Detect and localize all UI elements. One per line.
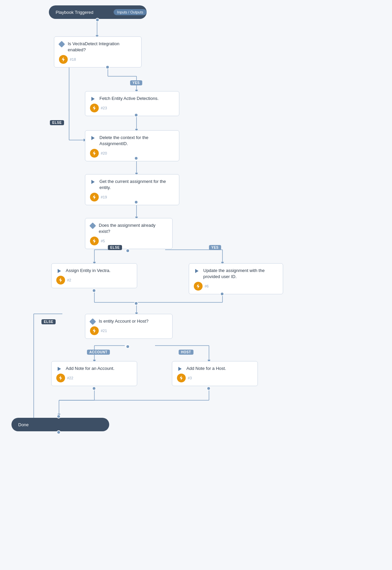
node-20-id: #20: [101, 151, 107, 155]
branch-else2: ELSE: [108, 245, 122, 250]
lightning-20: [90, 149, 99, 158]
node-19-title: Get the current assignment for the entit…: [99, 179, 174, 191]
node-6[interactable]: Update the assignment with the provided …: [189, 263, 283, 294]
connector-dot-20: [134, 156, 138, 160]
branch-yes2: YES: [209, 245, 221, 250]
svg-marker-32: [91, 136, 95, 140]
action-icon-2: [56, 268, 62, 274]
lightning-5: [90, 237, 99, 245]
node-20[interactable]: Delete the context for the AssignmentID.…: [85, 130, 179, 161]
node-3[interactable]: Add Note for a Host. #3: [172, 361, 258, 386]
lightning-2: [56, 276, 65, 284]
node-18-title: Is VectraDetect Integration enabled?: [68, 41, 137, 53]
node-5-id: #5: [101, 239, 105, 243]
node-23-id: #23: [101, 106, 107, 110]
diamond-icon-21: [89, 318, 96, 325]
node-2-id: #2: [67, 278, 71, 282]
node-3-title: Add Note for a Host.: [186, 365, 253, 372]
action-icon-20: [90, 135, 95, 141]
branch-else3: ELSE: [41, 319, 56, 324]
branch-host: HOST: [179, 350, 193, 355]
node-21[interactable]: Is entity Account or Host? #21: [85, 314, 173, 339]
action-icon-23: [90, 96, 95, 102]
connector-dot-6: [220, 292, 224, 296]
svg-rect-30: [58, 41, 65, 48]
node-2-title: Assign Entity in Vectra.: [66, 268, 132, 274]
connector-dot-3: [207, 386, 211, 390]
connector-dot-done: [57, 414, 61, 418]
node-23-title: Fetch Entity Active Detections.: [99, 96, 174, 102]
playbook-triggered-label: Playbook Triggered: [56, 10, 93, 15]
node-21-id: #21: [101, 329, 107, 333]
node-5[interactable]: Does the assignment already exist? #5: [85, 218, 173, 249]
connector-dot-18: [105, 65, 110, 69]
node-2[interactable]: Assign Entity in Vectra. #2: [51, 263, 137, 288]
diamond-icon-5: [89, 222, 96, 229]
done-label: Done: [18, 422, 29, 427]
node-23[interactable]: Fetch Entity Active Detections. #23: [85, 91, 179, 116]
connector-dot-start: [95, 18, 99, 22]
connector-dot-below-done: [57, 430, 61, 434]
action-icon-6: [194, 268, 199, 274]
node-6-title: Update the assignment with the provided …: [203, 268, 278, 280]
lightning-19: [90, 193, 99, 201]
svg-marker-35: [58, 269, 61, 273]
done-pill[interactable]: Done: [11, 418, 109, 431]
branch-account: ACCOUNT: [87, 350, 110, 355]
connector-dot-2: [92, 289, 96, 293]
node-20-title: Delete the context for the AssignmentID.: [99, 135, 174, 147]
branch-else1: ELSE: [50, 120, 64, 125]
lightning-6: [194, 282, 203, 291]
connector-dot-22: [92, 386, 96, 390]
branch-yes1: YES: [130, 80, 142, 85]
svg-rect-37: [89, 318, 96, 325]
node-22-title: Add Note for an Account.: [66, 365, 132, 372]
action-icon-22: [56, 366, 62, 372]
svg-marker-31: [91, 97, 95, 101]
connector-dot-5: [126, 249, 130, 253]
svg-marker-36: [195, 269, 199, 273]
action-icon-3: [177, 366, 182, 372]
node-19[interactable]: Get the current assignment for the entit…: [85, 174, 179, 205]
inputs-outputs-badge[interactable]: Inputs / Outputs: [114, 9, 147, 15]
lightning-18: [59, 55, 68, 64]
lightning-3: [177, 374, 186, 382]
node-3-id: #3: [188, 376, 192, 380]
node-18[interactable]: Is VectraDetect Integration enabled? #18: [54, 36, 142, 67]
action-icon-19: [90, 179, 95, 185]
node-6-id: #6: [205, 284, 209, 288]
diamond-icon-18: [58, 41, 65, 48]
connector-dot-23: [134, 113, 138, 117]
lightning-21: [90, 326, 99, 335]
svg-marker-38: [58, 367, 61, 371]
node-22[interactable]: Add Note for an Account. #22: [51, 361, 137, 386]
connector-dot-21: [126, 345, 130, 349]
svg-marker-39: [178, 367, 182, 371]
svg-marker-33: [91, 180, 95, 184]
connector-dot-19: [134, 200, 138, 204]
node-19-id: #19: [101, 195, 107, 199]
svg-rect-34: [89, 222, 96, 229]
lightning-22: [56, 374, 65, 382]
node-18-id: #18: [70, 57, 76, 61]
lightning-23: [90, 104, 99, 112]
connector-dot-merge-21: [134, 301, 138, 305]
start-pill[interactable]: Playbook Triggered Inputs / Outputs: [49, 5, 147, 19]
node-22-id: #22: [67, 376, 73, 380]
flowchart-canvas: Playbook Triggered Inputs / Outputs Is V…: [0, 0, 392, 570]
node-5-title: Does the assignment already exist?: [99, 222, 168, 235]
node-21-title: Is entity Account or Host?: [99, 318, 168, 324]
